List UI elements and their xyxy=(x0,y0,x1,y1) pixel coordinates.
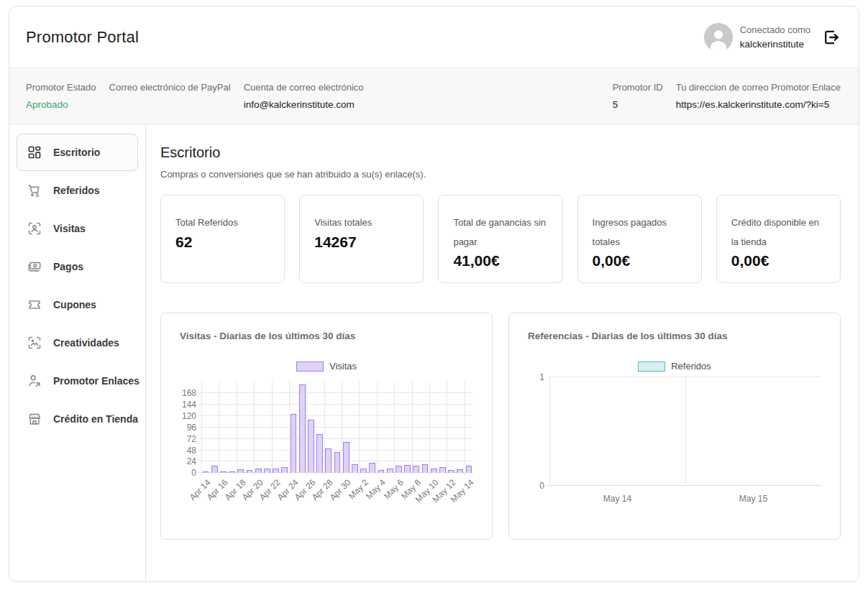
stat-cards-row: Total Referidos62Visitas totales14267Tot… xyxy=(160,195,841,283)
status-field-label: Tu direccion de correo Promotor Enlace xyxy=(676,82,841,93)
header-account-area: Conectado como kalckerinstitute xyxy=(704,23,841,52)
charts-row: Visitas - Diarias de los últimos 30 días… xyxy=(160,313,841,540)
sidebar-item-label: Visitas xyxy=(53,223,86,234)
x-tick-label: May 14 xyxy=(603,494,631,503)
dashboard-icon xyxy=(27,144,42,160)
cash-icon xyxy=(27,259,42,275)
y-tick-label: 96 xyxy=(187,423,196,432)
bar-may-11 xyxy=(439,467,446,473)
v-gridline xyxy=(219,382,219,476)
y-tick-label: 168 xyxy=(182,389,196,397)
body: Escritorio$ReferidosVisitasPagosCuponesC… xyxy=(9,124,859,581)
status-field-label: Promotor Estado xyxy=(26,82,96,93)
chart-title: Visitas - Diarias de los últimos 30 días xyxy=(180,331,473,341)
sidebar-item-visitas[interactable]: Visitas xyxy=(17,210,138,247)
v-gridline xyxy=(359,382,360,476)
v-gridline xyxy=(465,382,465,476)
sidebar-item-creatividades[interactable]: Creatividades xyxy=(17,324,138,361)
main-content: Escritorio Compras o conversiones que se… xyxy=(146,124,859,581)
v-gridline xyxy=(394,382,395,476)
v-gridline xyxy=(412,382,413,476)
bar-may-14 xyxy=(466,466,472,473)
bar-apr-20 xyxy=(255,469,262,474)
h-gridline xyxy=(198,415,473,416)
status-field: Correo electrónico de PayPal xyxy=(109,82,231,111)
stat-card-label: Total de ganancias sin pagar xyxy=(453,213,547,252)
status-field-label: Promotor ID xyxy=(613,82,663,93)
bar-apr-22 xyxy=(273,469,279,474)
x-tick-label: May 15 xyxy=(739,494,767,503)
sidebar-item-escritorio[interactable]: Escritorio xyxy=(17,134,138,171)
stat-card-label: Ingresos pagados totales xyxy=(593,213,687,252)
chart-card: Referencias - Diarias de los últimos 30 … xyxy=(508,313,841,540)
y-tick-label: 72 xyxy=(187,435,196,443)
plot-area xyxy=(201,382,473,473)
portal-card: Promotor Portal Conectado como kalckerin… xyxy=(9,6,859,582)
status-field-value: Aprobado xyxy=(26,99,96,111)
bar-may-7 xyxy=(404,465,411,473)
status-field: Promotor EstadoAprobado xyxy=(26,82,96,111)
status-field-label: Correo electrónico de PayPal xyxy=(109,82,231,93)
image-scan-icon xyxy=(27,335,42,351)
page-title: Promotor Portal xyxy=(26,28,139,47)
y-tick-label: 0 xyxy=(539,481,544,490)
section-title: Escritorio xyxy=(160,144,841,161)
cart-dollar-icon: $ xyxy=(27,183,42,198)
sidebar-item-referidos[interactable]: $Referidos xyxy=(17,172,138,209)
stat-card: Total de ganancias sin pagar41,00€ xyxy=(438,195,562,283)
y-tick-label: 48 xyxy=(187,446,196,455)
stat-card-value: 0,00€ xyxy=(593,252,687,269)
h-gridline xyxy=(198,392,473,393)
chart-plot-wrap: 024487296120144168 xyxy=(180,382,473,473)
sidebar-item-label: Cupones xyxy=(53,299,96,310)
stat-card-value: 14267 xyxy=(314,234,408,251)
connected-as-label: Conectado como xyxy=(740,25,810,34)
sidebar-item-label: Referidos xyxy=(53,185,100,196)
sidebar-item-label: Escritorio xyxy=(53,147,100,158)
chart-legend[interactable]: Referidos xyxy=(528,361,821,372)
h-gridline xyxy=(198,427,473,428)
stat-card-value: 0,00€ xyxy=(731,252,826,269)
h-gridline xyxy=(198,438,473,439)
legend-label: Referidos xyxy=(671,361,711,372)
ticket-icon xyxy=(27,297,42,313)
v-gridline xyxy=(201,382,202,476)
v-gridline xyxy=(237,382,237,476)
promoter-status-bar: Promotor EstadoAprobadoCorreo electrónic… xyxy=(9,68,859,124)
v-gridline xyxy=(447,382,447,476)
chart-card: Visitas - Diarias de los últimos 30 días… xyxy=(160,313,493,540)
bar-apr-28 xyxy=(325,448,332,473)
status-field: Tu direccion de correo Promotor Enlaceht… xyxy=(676,82,841,111)
y-tick-label: 1 xyxy=(539,373,544,382)
v-gridline xyxy=(272,382,273,476)
legend-swatch xyxy=(638,361,665,372)
logout-button[interactable] xyxy=(822,28,841,47)
stat-card-label: Visitas totales xyxy=(314,213,408,233)
y-axis: 01 xyxy=(528,377,549,486)
sidebar-item-cr-dito-en-tienda[interactable]: Crédito en Tienda xyxy=(17,400,138,438)
bar-apr-24 xyxy=(291,414,297,474)
status-field: Promotor ID5 xyxy=(613,82,663,111)
status-fields-left: Promotor EstadoAprobadoCorreo electrónic… xyxy=(26,82,364,111)
sidebar-item-cupones[interactable]: Cupones xyxy=(17,286,138,323)
bar-apr-23 xyxy=(281,467,288,473)
svg-text:$: $ xyxy=(35,192,39,198)
v-gridline xyxy=(429,382,430,476)
bar-apr-26 xyxy=(308,420,314,474)
sidebar-item-label: Crédito en Tienda xyxy=(53,413,138,425)
h-gridline xyxy=(547,377,821,377)
chart-plot-wrap: 01 xyxy=(528,377,821,486)
sidebar-item-promotor-enlaces[interactable]: Promotor Enlaces xyxy=(17,362,138,400)
sidebar-item-pagos[interactable]: Pagos xyxy=(17,248,138,285)
stat-card: Total Referidos62 xyxy=(160,195,285,283)
bar-apr-29 xyxy=(334,452,341,473)
sidebar-item-label: Promotor Enlaces xyxy=(53,375,140,387)
bar-may-8 xyxy=(413,466,419,474)
stat-card-value: 62 xyxy=(175,234,270,251)
sidebar: Escritorio$ReferidosVisitasPagosCuponesC… xyxy=(9,124,146,581)
username-text: kalckerinstitute xyxy=(740,40,810,50)
chart-legend[interactable]: Visitas xyxy=(180,361,473,372)
status-field-label: Cuenta de correo electrónico xyxy=(244,82,364,93)
x-axis: Apr 14Apr 16Apr 18Apr 20Apr 22Apr 24Apr … xyxy=(201,473,473,515)
bar-apr-25 xyxy=(299,384,306,473)
